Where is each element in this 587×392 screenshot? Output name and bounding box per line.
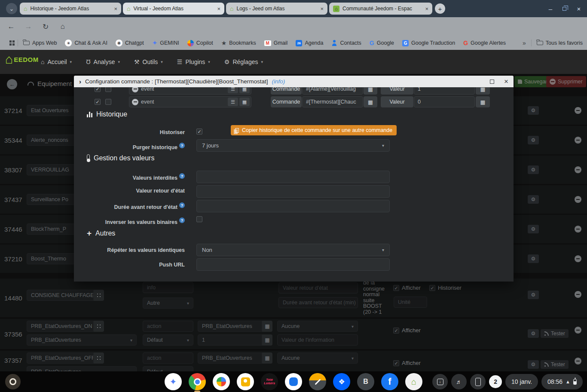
tab-close-icon[interactable]: × [217,6,220,12]
bookmark-agenda[interactable]: 26Agenda [296,40,323,46]
remove-event-icon[interactable] [132,87,138,92]
b-app-icon[interactable]: B [357,373,374,390]
reload-button[interactable]: ↻ [37,22,54,31]
help-icon[interactable]: ? [179,173,185,179]
keep-app-icon[interactable] [237,373,254,390]
help-icon[interactable]: ? [179,202,185,208]
state-delay-input[interactable] [196,200,390,212]
event-checkbox[interactable]: ✓ [95,87,101,92]
tab-close-icon[interactable]: × [425,6,428,12]
table-icon[interactable]: ▦ [239,87,250,93]
historiser-label: Historiser [74,129,185,135]
screen-capture-tray-icon[interactable]: ↓ [432,374,448,389]
bookmark-apps-web[interactable]: Apps Web [23,40,57,46]
gemini-app-icon[interactable]: ✦ [165,373,182,390]
dropbox-app-icon[interactable]: ❖ [333,373,350,390]
media-playlist-tray-icon[interactable]: ♬ [451,374,467,389]
table-icon-button[interactable]: ▦ [476,96,490,107]
capture-icon: ↓ [437,379,443,385]
forward-button[interactable]: → [20,22,37,31]
event-checkbox-2[interactable] [105,99,111,105]
invert-binary-checkbox[interactable] [196,216,202,222]
window-restore-button[interactable] [558,0,571,17]
bookmark-bookmarks[interactable]: ★Bookmarks [221,40,256,46]
list-icon[interactable]: ☰ [228,87,238,93]
state-return-input[interactable] [196,185,390,198]
messages-app-icon[interactable] [285,373,302,390]
chevron-down-icon: ▾ [118,60,120,64]
apps-grid-icon[interactable] [9,40,12,43]
jeedom-app-icon[interactable]: ⌂ [405,373,422,390]
copy-history-button[interactable]: Copier historique de cette commande sur … [231,125,397,135]
menu-accueil[interactable]: ⌂Accueil▾ [41,58,72,65]
browser-tab-virtual[interactable]: ⌂ Virtual - Jeedom Atlas × [123,3,224,15]
plus-icon: + [87,229,92,237]
bookmark-gemini[interactable]: ✦GEMINI [152,39,179,47]
menu-analyse[interactable]: ƱAnalyse▾ [86,58,120,65]
bookmark-copilot[interactable]: Copilot [187,40,213,46]
value-input[interactable]: 1 [414,87,475,95]
tools-app-icon[interactable] [309,373,326,390]
command-ref-input[interactable]: #[Alarme][Verrouillag [302,87,363,95]
push-url-input[interactable] [196,258,390,271]
tab-search-button[interactable]: ⌄ [6,3,17,14]
menu-outils[interactable]: ⚒Outils▾ [134,58,163,65]
table-icon-button[interactable]: ▦ [364,96,377,107]
remove-event-icon[interactable] [132,99,138,105]
command-ref-input[interactable]: #[Thermostat][Chauc [302,96,363,107]
list-icon[interactable]: ☰ [228,98,238,106]
bookmark-google[interactable]: GGoogle [370,40,394,46]
event-value-group[interactable]: event ☰ ▦ [129,87,251,95]
bookmarks-overflow-icon[interactable]: » [523,40,526,46]
table-icon[interactable]: ▦ [239,98,250,106]
status-tray[interactable]: 08:56 ▲ [541,374,583,389]
event-value-group[interactable]: event ☰ ▦ [129,96,251,107]
help-icon[interactable]: ? [179,217,185,223]
help-icon[interactable]: ? [179,143,185,148]
browser-tab-communaute[interactable]: ⌂ Communauté Jeedom - Espac × [329,3,432,15]
menu-plugins[interactable]: ☰Plugins▾ [177,58,210,65]
bookmark-gmail[interactable]: MGmail [264,40,288,46]
jeedom-logo[interactable]: ⌂ EEDOM [5,53,39,65]
dialog-maximize-icon[interactable] [490,80,494,84]
window-minimize-button[interactable]: – [544,0,557,17]
event-checkbox-2[interactable] [105,87,111,92]
forbidden-values-input[interactable] [196,171,390,183]
launcher-button[interactable] [5,374,21,389]
tele-loisirs-app-icon[interactable]: Télé Loisirs [261,373,278,390]
historiser-checkbox[interactable]: ✓ [196,129,202,135]
all-bookmarks-folder[interactable]: Tous les favoris [537,40,583,46]
table-icon-button[interactable]: ▦ [364,87,377,95]
state-delay-label: Durée avant retour d'état? [74,202,185,210]
tab-title: Virtual - Jeedom Atlas [133,6,214,12]
facebook-app-icon[interactable]: f [381,373,398,390]
repeat-values-select[interactable]: Non▾ [196,244,390,256]
dialog-header[interactable]: › Configuration commande : [Thermostat][… [74,76,514,87]
home-button[interactable]: ⌂ [54,22,71,31]
purge-select[interactable]: 7 jours▾ [196,139,390,152]
browser-tab-logs[interactable]: ⌂ Logs - Jeed om Atlas × [226,3,327,15]
value-input[interactable]: 0 [414,96,475,107]
new-tab-button[interactable]: + [435,3,445,14]
date-pill[interactable]: 10 janv. [505,374,538,389]
tab-close-icon[interactable]: × [320,6,324,12]
notification-counter[interactable]: 2 [489,375,502,388]
table-icon-button[interactable]: ▦ [476,87,490,95]
chrome-app-icon[interactable] [189,373,206,390]
back-button[interactable]: ← [3,22,20,31]
dialog-close-icon[interactable]: × [504,78,508,85]
event-row: ✓ event ☰ ▦ Commande #[Thermostat][Chauc… [74,96,514,107]
photos-app-icon[interactable] [213,373,230,390]
bookmark-google-alertes[interactable]: GGoogle Alertes [463,40,506,46]
tab-close-icon[interactable]: × [114,6,117,12]
bookmark-contacts[interactable]: Contacts [331,40,361,46]
shelf: ✦ Télé Loisirs ❖ B f ⌂ ↓ ♬ 2 10 janv. 08… [0,371,587,392]
window-close-button[interactable]: × [572,0,585,17]
browser-tab-historique[interactable]: ⌂ Historique - Jeedom Atlas × [20,3,121,15]
bookmark-google-traduction[interactable]: GGoogle Traduction [402,40,455,46]
menu-reglages[interactable]: ⚙Réglages▾ [224,58,263,65]
bookmark-chatgpt[interactable]: ❋Chatgpt [116,40,144,46]
bookmark-chat-ask-ai[interactable]: ✳Chat & Ask AI [65,40,107,46]
phone-hub-tray-icon[interactable] [470,374,486,389]
event-checkbox[interactable]: ✓ [95,99,101,105]
